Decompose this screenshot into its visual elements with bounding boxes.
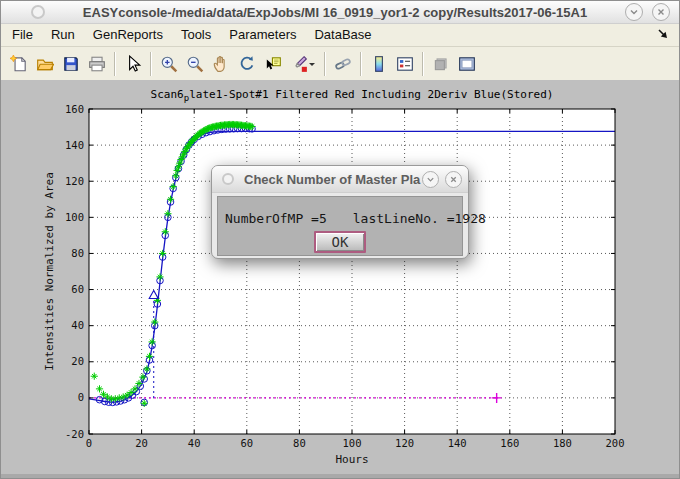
data-cursor-icon bbox=[264, 55, 282, 73]
rotate-icon bbox=[238, 55, 256, 73]
chevron-down-icon bbox=[629, 7, 639, 17]
menu-tools[interactable]: Tools bbox=[172, 24, 220, 46]
toolbar-separator bbox=[114, 52, 116, 76]
svg-text:100: 100 bbox=[343, 437, 362, 449]
svg-text:140: 140 bbox=[65, 139, 84, 151]
svg-text:120: 120 bbox=[65, 175, 84, 187]
dialog-minimize-button[interactable] bbox=[422, 171, 439, 188]
last-line-no-value: lastLineNo. =1928 bbox=[353, 211, 486, 226]
print-icon bbox=[88, 55, 106, 73]
svg-text:40: 40 bbox=[188, 437, 201, 449]
insert-legend-button[interactable] bbox=[392, 51, 418, 77]
save-button[interactable] bbox=[58, 51, 84, 77]
open-folder-icon bbox=[36, 55, 54, 73]
svg-text:20: 20 bbox=[135, 437, 148, 449]
brush-icon bbox=[290, 55, 308, 73]
dock-figure-icon bbox=[458, 55, 476, 73]
svg-text:60: 60 bbox=[71, 283, 84, 295]
menu-parameters[interactable]: Parameters bbox=[220, 24, 305, 46]
menu-genreports[interactable]: GenReports bbox=[84, 24, 172, 46]
svg-text:80: 80 bbox=[71, 247, 84, 259]
dialog-body: NumberOfMP =5 lastLineNo. =1928 OK bbox=[217, 196, 463, 256]
window-bottom-edge bbox=[1, 474, 679, 478]
svg-text:-20: -20 bbox=[65, 428, 84, 440]
toolbar-separator bbox=[422, 52, 424, 76]
dialog-window-icon bbox=[222, 173, 234, 185]
svg-text:200: 200 bbox=[606, 437, 625, 449]
svg-text:160: 160 bbox=[500, 437, 519, 449]
svg-text:0: 0 bbox=[86, 437, 92, 449]
zoom-in-button[interactable] bbox=[156, 51, 182, 77]
zoom-out-icon bbox=[186, 55, 204, 73]
chart-canvas: 020406080100120140160180200-200204060801… bbox=[1, 80, 679, 474]
figure-area: 020406080100120140160180200-200204060801… bbox=[1, 80, 679, 474]
zoom-out-button[interactable] bbox=[182, 51, 208, 77]
menu-run[interactable]: Run bbox=[42, 24, 84, 46]
new-file-icon bbox=[10, 55, 28, 73]
hide-plot-tools-icon bbox=[432, 55, 450, 73]
toolbar-separator bbox=[150, 52, 152, 76]
save-icon bbox=[62, 55, 80, 73]
svg-text:120: 120 bbox=[395, 437, 414, 449]
svg-text:0: 0 bbox=[78, 391, 84, 403]
menu-file[interactable]: File bbox=[3, 24, 42, 46]
edit-arrow-icon bbox=[124, 55, 142, 73]
dock-figure-button[interactable] bbox=[454, 51, 480, 77]
svg-text:160: 160 bbox=[65, 103, 84, 115]
edit-plot-button[interactable] bbox=[120, 51, 146, 77]
rotate-3d-button[interactable] bbox=[234, 51, 260, 77]
link-plot-button[interactable] bbox=[330, 51, 356, 77]
dialog-close-button[interactable] bbox=[445, 171, 462, 188]
svg-text:140: 140 bbox=[448, 437, 467, 449]
window-menu-icon[interactable] bbox=[31, 5, 45, 19]
window-title: EASYconsole-/media/data/ExpJobs/MI 16_09… bbox=[45, 5, 625, 20]
svg-text:20: 20 bbox=[71, 355, 84, 367]
legend-icon bbox=[396, 55, 414, 73]
toolbar-separator bbox=[360, 52, 362, 76]
brush-button[interactable] bbox=[286, 51, 320, 77]
toolbar-separator bbox=[324, 52, 326, 76]
svg-text:60: 60 bbox=[240, 437, 253, 449]
svg-text:Scan6plate1-Spot#1 Filtered Re: Scan6plate1-Spot#1 Filtered Red Includin… bbox=[151, 88, 554, 103]
close-icon bbox=[656, 7, 666, 17]
svg-text:80: 80 bbox=[293, 437, 306, 449]
chevron-down-icon bbox=[426, 175, 435, 184]
dialog-titlebar[interactable]: Check Number of Master Pla bbox=[212, 166, 468, 193]
menubar: File Run GenReports Tools Parameters Dat… bbox=[1, 24, 679, 47]
dock-arrow-icon[interactable] bbox=[656, 27, 669, 43]
svg-text:Hours: Hours bbox=[335, 453, 368, 466]
colorbar-icon bbox=[370, 55, 388, 73]
close-icon bbox=[449, 175, 458, 184]
number-of-mp-value: NumberOfMP =5 bbox=[225, 211, 327, 226]
open-button[interactable] bbox=[32, 51, 58, 77]
svg-text:Intensities Normalized by Area: Intensities Normalized by Area bbox=[43, 172, 56, 371]
ok-button[interactable]: OK bbox=[314, 231, 366, 253]
hide-plot-tools-button[interactable] bbox=[428, 51, 454, 77]
zoom-in-icon bbox=[160, 55, 178, 73]
close-button[interactable] bbox=[652, 3, 670, 21]
svg-text:180: 180 bbox=[553, 437, 572, 449]
link-icon bbox=[334, 55, 352, 73]
svg-text:100: 100 bbox=[65, 211, 84, 223]
pan-hand-icon bbox=[212, 55, 230, 73]
application-window: EASYconsole-/media/data/ExpJobs/MI 16_09… bbox=[0, 0, 680, 479]
window-titlebar[interactable]: EASYconsole-/media/data/ExpJobs/MI 16_09… bbox=[1, 1, 679, 24]
svg-text:40: 40 bbox=[71, 319, 84, 331]
new-file-button[interactable] bbox=[6, 51, 32, 77]
data-cursor-button[interactable] bbox=[260, 51, 286, 77]
check-master-plates-dialog: Check Number of Master Pla NumberOfMP =5… bbox=[211, 165, 469, 259]
pan-button[interactable] bbox=[208, 51, 234, 77]
print-button[interactable] bbox=[84, 51, 110, 77]
insert-colorbar-button[interactable] bbox=[366, 51, 392, 77]
minimize-button[interactable] bbox=[625, 3, 643, 21]
figure-toolbar bbox=[1, 47, 679, 81]
menu-database[interactable]: DataBase bbox=[305, 24, 380, 46]
dialog-title: Check Number of Master Pla bbox=[244, 172, 422, 187]
dropdown-caret-icon bbox=[308, 60, 316, 68]
